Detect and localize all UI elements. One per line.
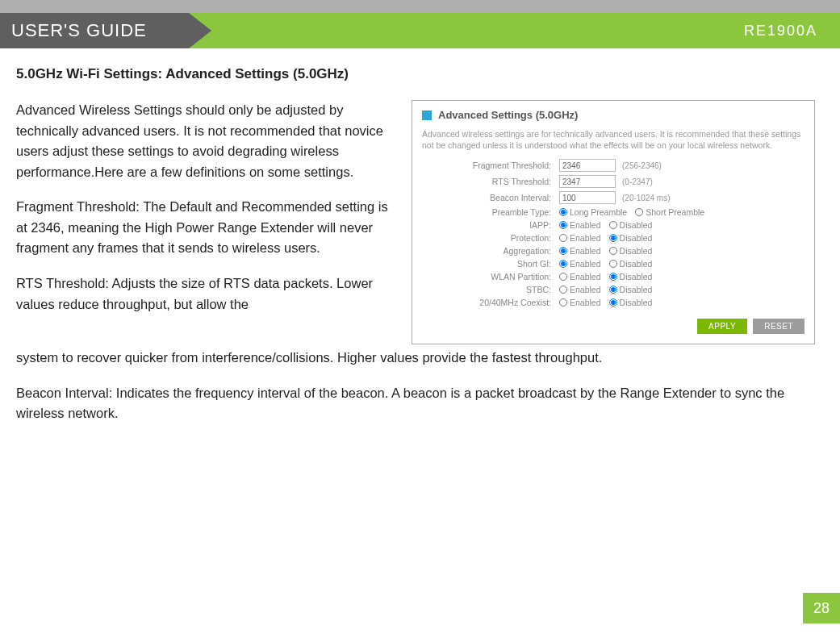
protection-disabled-radio[interactable] [609,234,617,242]
reset-button[interactable]: RESET [753,319,804,334]
beacon-label: Beacon Interval: [422,193,559,202]
beacon-row: Beacon Interval: (20-1024 ms) [422,191,804,204]
settings-panel: Advanced Settings (5.0GHz) Advanced wire… [412,100,815,344]
iapp-enabled-radio[interactable] [559,221,567,229]
fragment-label: Fragment Threshold: [422,161,559,170]
coexist-disabled-radio[interactable] [609,298,617,306]
coexist-enabled-radio[interactable] [559,298,567,306]
rts-row: RTS Threshold: (0-2347) [422,175,804,188]
protection-label: Protection: [422,233,559,243]
shortgi-enabled-radio[interactable] [559,260,567,268]
wlanpart-disabled-label: Disabled [620,272,653,281]
model-band: RE1900A [189,13,840,48]
section-title: 5.0GHz Wi-Fi Settings: Advanced Settings… [16,66,824,82]
iapp-disabled-label: Disabled [620,220,653,230]
iapp-row: IAPP: Enabled Disabled [422,220,804,230]
protection-disabled-label: Disabled [620,233,653,243]
fragment-paragraph: Fragment Threshold: The Default and Reco… [16,197,400,259]
page-number: 28 [803,593,840,623]
aggregation-disabled-radio[interactable] [609,247,617,255]
wlanpart-row: WLAN Partition: Enabled Disabled [422,272,804,281]
fragment-input[interactable] [559,159,616,172]
apply-button[interactable]: APPLY [697,319,747,334]
preamble-short-radio[interactable] [635,208,643,216]
wlanpart-disabled-radio[interactable] [609,273,617,281]
wlanpart-enabled-radio[interactable] [559,273,567,281]
stbc-disabled-label: Disabled [620,285,653,294]
stbc-enabled-radio[interactable] [559,286,567,294]
rts-label: RTS Threshold: [422,177,559,186]
wlanpart-enabled-label: Enabled [570,272,601,281]
stbc-label: STBC: [422,285,559,294]
intro-paragraph: Advanced Wireless Settings should only b… [16,100,400,182]
coexist-enabled-label: Enabled [570,298,601,307]
shortgi-enabled-label: Enabled [570,259,601,269]
aggregation-label: Aggregation: [422,246,559,256]
fragment-hint: (256-2346) [622,161,662,170]
header: USER'S GUIDE RE1900A [0,13,840,48]
rts-paragraph-part2: system to recover quicker from interfere… [16,348,824,369]
panel-icon [422,111,432,120]
aggregation-enabled-label: Enabled [570,246,601,256]
beacon-paragraph: Beacon Interval: Indicates the frequency… [16,383,824,424]
preamble-short-label: Short Preamble [646,207,704,217]
rts-input[interactable] [559,175,616,188]
preamble-long-radio[interactable] [559,208,567,216]
preamble-label: Preamble Type: [422,207,559,217]
iapp-disabled-radio[interactable] [609,221,617,229]
guide-title: USER'S GUIDE [0,13,189,48]
stbc-enabled-label: Enabled [570,285,601,294]
rts-paragraph-part1: RTS Threshold: Adjusts the size of RTS d… [16,273,400,315]
top-bar [0,0,840,13]
stbc-row: STBC: Enabled Disabled [422,285,804,294]
shortgi-label: Short GI: [422,259,559,269]
wlanpart-label: WLAN Partition: [422,272,559,281]
preamble-row: Preamble Type: Long Preamble Short Pream… [422,207,804,217]
panel-description: Advanced wireless settings are for techn… [422,129,804,151]
protection-enabled-label: Enabled [570,233,601,243]
coexist-disabled-label: Disabled [620,298,653,307]
coexist-row: 20/40MHz Coexist: Enabled Disabled [422,298,804,307]
coexist-label: 20/40MHz Coexist: [422,298,559,307]
shortgi-disabled-radio[interactable] [609,260,617,268]
model-label: RE1900A [744,23,817,40]
protection-row: Protection: Enabled Disabled [422,233,804,243]
beacon-hint: (20-1024 ms) [622,194,670,202]
panel-title: Advanced Settings (5.0GHz) [438,109,578,121]
iapp-label: IAPP: [422,220,559,230]
stbc-disabled-radio[interactable] [609,286,617,294]
protection-enabled-radio[interactable] [559,234,567,242]
fragment-row: Fragment Threshold: (256-2346) [422,159,804,172]
shortgi-row: Short GI: Enabled Disabled [422,259,804,269]
iapp-enabled-label: Enabled [570,220,601,230]
aggregation-enabled-radio[interactable] [559,247,567,255]
aggregation-disabled-label: Disabled [620,246,653,256]
aggregation-row: Aggregation: Enabled Disabled [422,246,804,256]
beacon-input[interactable] [559,191,616,204]
preamble-long-label: Long Preamble [570,207,627,217]
shortgi-disabled-label: Disabled [620,259,653,269]
rts-hint: (0-2347) [622,177,653,186]
